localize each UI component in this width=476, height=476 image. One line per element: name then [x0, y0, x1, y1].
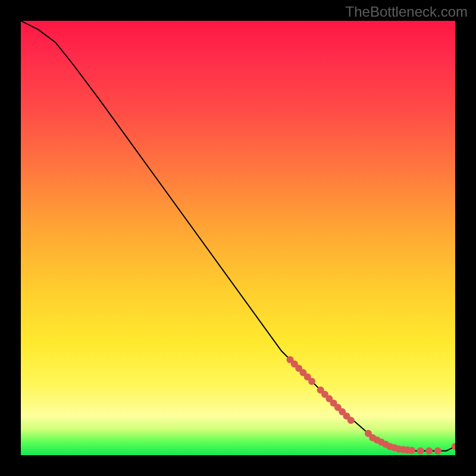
chart-svg: [21, 21, 455, 455]
curve-path: [21, 21, 455, 451]
data-marker: [452, 443, 455, 450]
data-marker: [408, 447, 415, 454]
data-marker: [347, 417, 355, 424]
data-marker: [425, 447, 433, 455]
chart-stage: TheBottleneck.com: [0, 0, 476, 476]
plot-area: [21, 21, 455, 455]
marker-group: [287, 356, 455, 454]
data-marker: [417, 447, 424, 455]
data-marker: [308, 378, 315, 385]
data-marker: [434, 447, 441, 455]
attribution-text: TheBottleneck.com: [346, 4, 468, 20]
